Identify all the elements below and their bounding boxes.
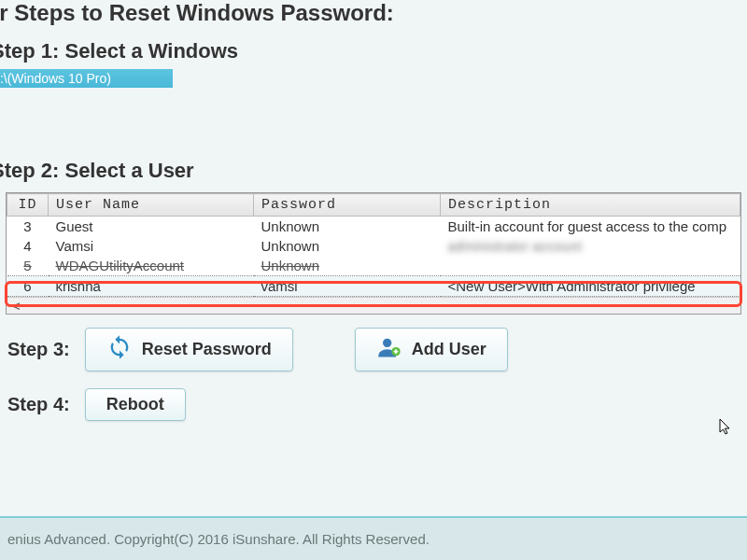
step2-heading: Step 2: Select a User [0, 153, 747, 189]
table-row-selected[interactable]: 6 krishna vamsi <New User>With Administr… [7, 276, 740, 297]
user-table: ID User Name Password Description 3 Gues… [6, 192, 741, 315]
add-user-icon [376, 334, 402, 365]
step1-heading: Step 1: Select a Windows [0, 34, 747, 69]
table-row[interactable]: 3 Guest Unknown Built-in account for gue… [7, 217, 740, 237]
col-id[interactable]: ID [7, 194, 49, 217]
cursor-icon [719, 418, 734, 441]
add-user-button[interactable]: Add User [355, 328, 508, 371]
scroll-left-indicator[interactable]: < [7, 297, 740, 314]
table-row[interactable]: 4 Vamsi Unknown administrator account [7, 236, 740, 256]
step3-label: Step 3: [7, 339, 70, 360]
windows-selection-item[interactable]: I:\(Windows 10 Pro) [0, 69, 173, 88]
reboot-label: Reboot [106, 395, 164, 414]
footer-copyright: enius Advanced. Copyright(C) 2016 iSunsh… [0, 518, 747, 560]
reset-password-button[interactable]: Reset Password [85, 328, 293, 371]
col-username[interactable]: User Name [49, 194, 254, 217]
refresh-icon [106, 334, 133, 365]
svg-point-0 [383, 339, 391, 347]
col-password[interactable]: Password [254, 194, 441, 217]
step4-label: Step 4: [7, 394, 70, 415]
table-row[interactable]: 5 WDAGUtilityAccount Unknown [7, 256, 740, 276]
col-description[interactable]: Description [441, 194, 740, 217]
add-user-label: Add User [412, 340, 486, 359]
page-title: our Steps to Reset Windows Password: [0, 0, 747, 34]
reboot-button[interactable]: Reboot [85, 388, 186, 421]
reset-password-label: Reset Password [142, 340, 272, 359]
